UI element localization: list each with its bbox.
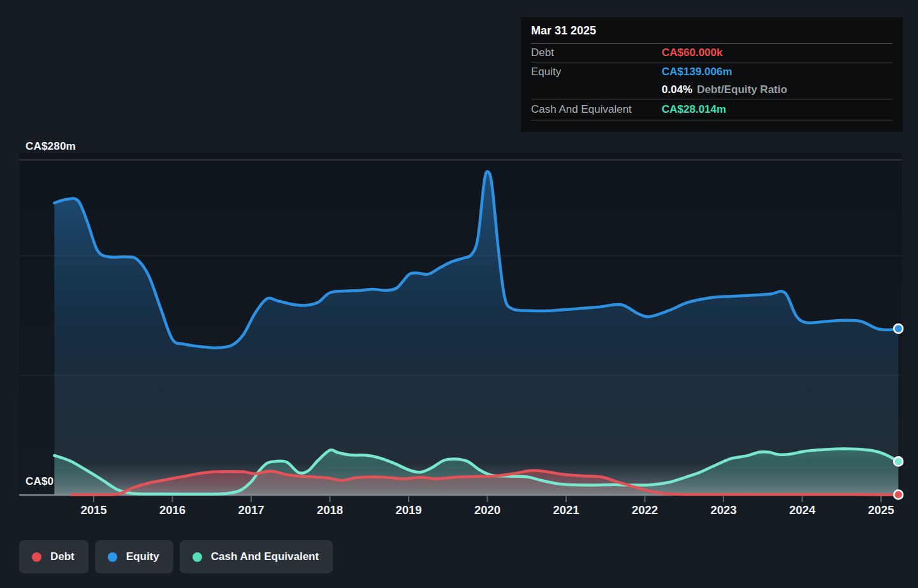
equity-dot-icon (108, 552, 117, 562)
tooltip-ratio-value: 0.04% (662, 83, 692, 96)
tooltip-debt-value: CA$60.000k (662, 47, 722, 59)
tooltip-date: Mar 31 2025 (531, 17, 892, 44)
x-axis-label: 2015 (80, 503, 106, 517)
tooltip-ratio-row: 0.04% Debt/Equity Ratio (531, 81, 892, 99)
cash-end-marker (894, 457, 903, 466)
x-axis-label: 2022 (632, 503, 658, 517)
y-axis-label-top: CA$280m (26, 140, 76, 153)
legend-item-equity[interactable]: Equity (95, 540, 173, 573)
legend-equity-label: Equity (126, 550, 159, 563)
tooltip-equity-value: CA$139.006m (662, 66, 732, 78)
debt-end-marker (894, 491, 903, 499)
legend-item-cash[interactable]: Cash And Equivalent (180, 540, 333, 573)
debt-dot-icon (32, 552, 41, 562)
x-axis-label: 2023 (710, 503, 736, 517)
chart-legend: Debt Equity Cash And Equivalent (19, 540, 333, 573)
x-axis-label: 2017 (238, 503, 264, 517)
y-axis-label-zero: CA$0 (26, 475, 54, 488)
balance-sheet-chart-page: 2015201620172018201920202021202220232024… (0, 0, 918, 588)
x-axis-label: 2019 (395, 503, 421, 517)
x-axis-label: 2018 (317, 503, 343, 517)
chart-tooltip: Mar 31 2025 Debt CA$60.000k Equity CA$13… (521, 17, 903, 132)
tooltip-debt-label: Debt (531, 47, 662, 59)
tooltip-debt-row: Debt CA$60.000k (531, 44, 892, 62)
legend-debt-label: Debt (50, 550, 75, 563)
legend-cash-label: Cash And Equivalent (211, 550, 319, 563)
tooltip-equity-label: Equity (531, 66, 662, 78)
tooltip-cash-row: Cash And Equivalent CA$28.014m (531, 99, 892, 120)
legend-item-debt[interactable]: Debt (19, 540, 89, 573)
x-axis-label: 2020 (474, 503, 500, 517)
x-axis-label: 2025 (868, 503, 894, 517)
tooltip-equity-row: Equity CA$139.006m (531, 62, 892, 81)
tooltip-cash-value: CA$28.014m (662, 103, 726, 116)
x-axis-label: 2016 (159, 503, 186, 517)
tooltip-ratio-label: Debt/Equity Ratio (697, 83, 787, 96)
x-axis-label: 2024 (789, 503, 816, 517)
tooltip-cash-label: Cash And Equivalent (531, 103, 662, 116)
equity-end-marker (894, 324, 903, 333)
cash-dot-icon (193, 552, 202, 562)
x-axis-label: 2021 (553, 503, 579, 517)
